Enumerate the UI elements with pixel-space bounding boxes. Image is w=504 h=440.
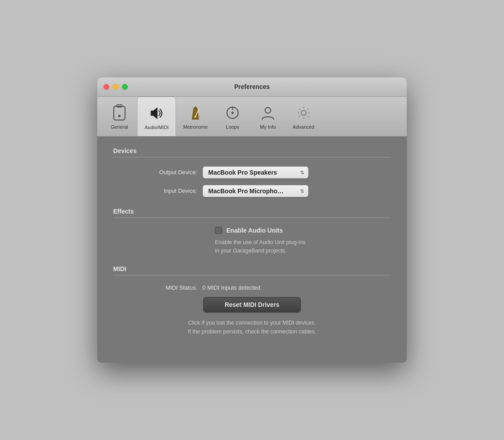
effects-section: Effects Enable Audio Units Enable the us… [113,208,391,255]
reset-midi-drivers-button[interactable]: Reset MIDI Drivers [203,297,301,312]
midi-desc-line2: If the problem persists, check the conne… [188,329,316,335]
tab-metronome-label: Metronome [183,124,208,130]
devices-divider [113,157,391,157]
devices-section: Devices Output Device: MacBook Pro Speak… [113,147,391,197]
maximize-button[interactable] [122,84,128,90]
tab-myinfo[interactable]: My Info [250,97,286,136]
midi-section-title: MIDI [113,265,391,272]
output-device-row: Output Device: MacBook Pro Speakers [113,166,391,179]
loops-icon [223,103,242,122]
tab-loops-label: Loops [226,124,239,130]
devices-section-title: Devices [113,147,391,154]
svg-marker-3 [194,107,197,109]
effects-section-title: Effects [113,208,391,215]
enable-audio-units-checkbox[interactable] [215,227,222,234]
tab-audiomidi-label: Audio/MIDI [145,125,168,130]
enable-audio-units-row: Enable Audio Units [113,227,391,234]
audiomidi-icon [147,103,166,123]
general-icon [110,103,129,122]
tab-general-label: General [111,124,128,130]
tab-myinfo-label: My Info [260,124,276,130]
close-button[interactable] [103,84,109,90]
svg-point-5 [195,116,197,118]
output-device-select[interactable]: MacBook Pro Speakers [202,166,309,179]
svg-rect-0 [114,107,125,120]
window-controls [97,84,128,90]
toolbar: General Audio/MIDI [97,97,407,137]
effects-divider [113,218,391,218]
midi-section: MIDI MIDI Status: 0 MIDI Inputs detected… [113,265,391,336]
tab-general[interactable]: General [102,97,137,136]
input-device-select-wrapper: MacBook Pro Micropho… [202,185,309,197]
input-device-row: Input Device: MacBook Pro Micropho… [113,185,391,197]
input-device-label: Input Device: [140,187,197,194]
svg-point-2 [118,115,120,117]
effects-description: Enable the use of Audio Unit plug-ins in… [113,238,391,255]
metronome-icon [186,103,205,122]
midi-status-label: MIDI Status: [140,284,197,291]
enable-audio-units-label: Enable Audio Units [226,227,283,234]
midi-description: Click if you lost the connection to your… [113,318,391,336]
input-device-select[interactable]: MacBook Pro Micropho… [202,185,309,197]
tab-metronome[interactable]: Metronome [176,97,215,136]
tab-advanced[interactable]: Advanced [286,97,321,136]
effects-desc-line2: in your GarageBand projects. [215,248,287,254]
svg-point-10 [301,111,306,115]
myinfo-icon [258,103,278,122]
midi-button-row: Reset MIDI Drivers [113,297,391,312]
tab-audiomidi[interactable]: Audio/MIDI [137,97,176,136]
content-area: Devices Output Device: MacBook Pro Speak… [97,137,407,363]
midi-desc-line1: Click if you lost the connection to your… [188,320,316,326]
tab-advanced-label: Advanced [293,124,314,130]
output-device-select-wrapper: MacBook Pro Speakers [202,166,309,179]
output-device-label: Output Device: [140,169,197,176]
midi-status-value: 0 MIDI Inputs detected [202,284,260,291]
tab-loops[interactable]: Loops [215,97,250,136]
window-title: Preferences [234,83,270,90]
title-bar: Preferences [97,77,407,97]
svg-point-9 [265,107,271,113]
svg-point-7 [231,112,233,114]
minimize-button[interactable] [113,84,118,90]
midi-status-row: MIDI Status: 0 MIDI Inputs detected [113,284,391,291]
midi-divider [113,275,391,275]
advanced-icon [294,103,313,122]
effects-desc-line1: Enable the use of Audio Unit plug-ins [215,239,305,245]
